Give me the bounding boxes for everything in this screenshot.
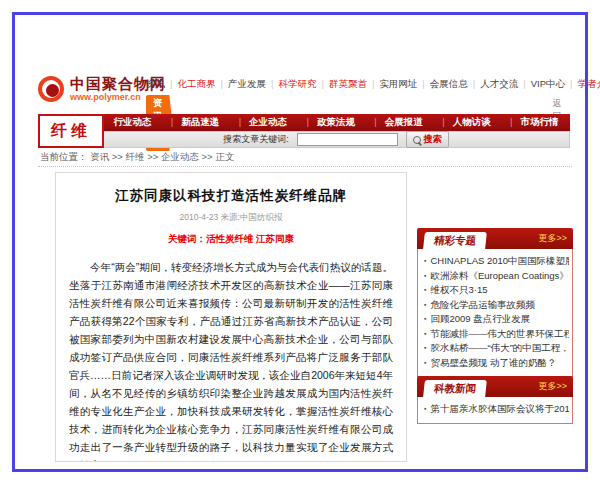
sidebar-topic-item[interactable]: 节能减排——伟大的世界环保工程 bbox=[424, 327, 569, 342]
fiber-menu-item[interactable]: 企业动态 bbox=[231, 116, 287, 129]
sidebar-topic-item[interactable]: 回顾2009 盘点行业发展 bbox=[424, 312, 569, 327]
breadcrumb: 当前位置： 资讯 >> 纤维 >> 企业动态 >> 正文 bbox=[40, 151, 234, 164]
search-bar: 搜索文章关键词: 搜索 bbox=[102, 131, 570, 148]
sidebar-topic-item[interactable]: 贸易壁垒频现 动了谁的奶酪？ bbox=[424, 356, 569, 371]
search-input[interactable] bbox=[297, 133, 398, 146]
more-link-topics[interactable]: 更多>> bbox=[538, 232, 573, 249]
top-nav-link[interactable]: 产业发展 bbox=[215, 78, 265, 91]
fiber-menu-item[interactable]: 新品速递 bbox=[163, 116, 219, 129]
top-nav-link[interactable]: 化工商界 bbox=[165, 78, 215, 91]
sidebar-topic-item[interactable]: 欧洲涂料《European Coatings》视频 bbox=[424, 269, 569, 284]
more-link-science-news[interactable]: 更多>> bbox=[538, 380, 573, 397]
fiber-menu-item[interactable]: 行业动态 bbox=[113, 116, 151, 129]
sidebar-topic-list: CHINAPLAS 2010中国国际橡塑展欧洲涂料《European Coati… bbox=[417, 249, 573, 377]
polymer-logo-icon bbox=[38, 76, 64, 102]
top-nav-link[interactable]: 人才交流 bbox=[468, 78, 518, 91]
fiber-menu-item[interactable]: 市场行情 bbox=[502, 116, 558, 129]
fiber-channel-label: 纤维 bbox=[51, 121, 91, 142]
article-title: 江苏同康以科技打造活性炭纤维品牌 bbox=[62, 187, 400, 205]
sidebar-section-title: 科教新闻 bbox=[423, 380, 487, 397]
top-nav-link[interactable]: 资讯 bbox=[146, 78, 165, 91]
fiber-menu-item[interactable]: 人物访谈 bbox=[434, 116, 490, 129]
top-nav-link[interactable]: 学者介绍 bbox=[565, 78, 600, 91]
sidebar-science-news-list: 第十届亲水胶体国际会议将于2010… bbox=[417, 397, 573, 424]
search-label: 搜索文章关键词: bbox=[223, 133, 289, 146]
top-nav: 资讯化工商界产业发展科学研究群英聚首实用网址会展信息人才交流VIP中心学者介绍论… bbox=[146, 78, 576, 91]
sidebar-topic-item[interactable]: 胶水粘桥——“伟大”的中国工程， bbox=[424, 341, 569, 356]
sidebar-topic-item[interactable]: 维权不只3·15 bbox=[424, 283, 569, 298]
sidebar-science-news-item[interactable]: 第十届亲水胶体国际会议将于2010… bbox=[424, 402, 569, 417]
fiber-menu-item[interactable]: 政策法规 bbox=[299, 116, 355, 129]
sidebar-section-title: 精彩专题 bbox=[423, 232, 487, 249]
article-body: 今年“两会”期间，转变经济增长方式成为与会代表们热议的话题。坐落于江苏南通市港闸… bbox=[56, 258, 406, 462]
top-nav-link[interactable]: 科学研究 bbox=[266, 78, 316, 91]
article-panel: 江苏同康以科技打造活性炭纤维品牌 2010-4-23 来源:中国纺织报 关键词：… bbox=[55, 172, 407, 462]
breadcrumb-divider bbox=[38, 166, 572, 167]
article-keywords[interactable]: 关键词：活性炭纤维 江苏同康 bbox=[56, 233, 406, 246]
fiber-menu: 行业动态新品速递企业动态政策法规会展报道人物访谈市场行情 bbox=[102, 114, 570, 131]
search-icon bbox=[413, 136, 421, 144]
article-meta: 2010-4-23 来源:中国纺织报 bbox=[56, 212, 406, 224]
top-nav-link[interactable]: 实用网址 bbox=[367, 78, 417, 91]
top-nav-link[interactable]: VIP中心 bbox=[518, 78, 565, 91]
search-button[interactable]: 搜索 bbox=[406, 131, 449, 148]
sidebar-section-header-topics: 精彩专题 更多>> bbox=[417, 228, 573, 249]
sidebar-topic-item[interactable]: CHINAPLAS 2010中国国际橡塑展 bbox=[424, 254, 569, 269]
article-paragraph: 今年“两会”期间，转变经济增长方式成为与会代表们热议的话题。坐落于江苏南通市港闸… bbox=[69, 258, 393, 462]
sidebar-section-header-science-news: 科教新闻 更多>> bbox=[417, 376, 573, 397]
fiber-menu-item[interactable]: 会展报道 bbox=[366, 116, 422, 129]
sidebar-topic-item[interactable]: 危险化学品运输事故频频 bbox=[424, 298, 569, 313]
fiber-channel-box[interactable]: 纤维 bbox=[38, 114, 104, 148]
top-nav-link[interactable]: 群英聚首 bbox=[316, 78, 366, 91]
top-nav-link[interactable]: 会展信息 bbox=[417, 78, 467, 91]
breadcrumb-trail[interactable]: 资讯 >> 纤维 >> 企业动态 >> 正文 bbox=[90, 151, 234, 162]
